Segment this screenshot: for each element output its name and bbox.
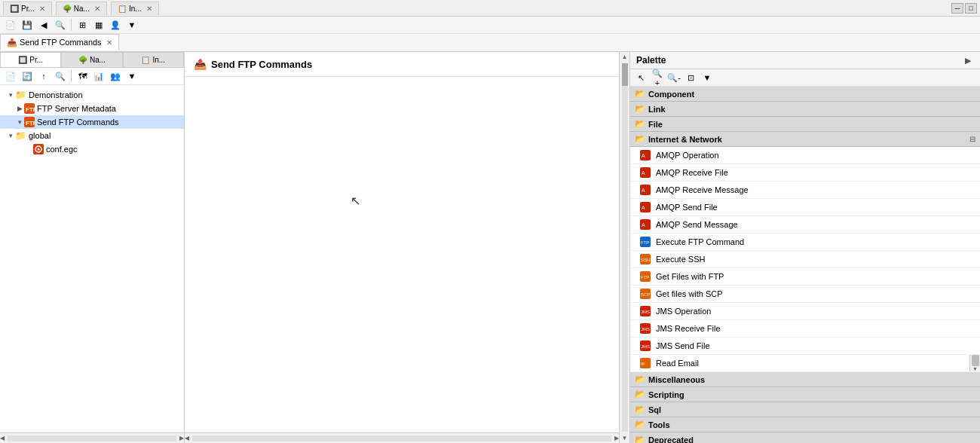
tree-item-demonstration[interactable]: ▾ 📁 Demonstration [0, 88, 184, 102]
palette-section-misc-icon: 📂 [635, 374, 645, 384]
center-vscroll-thumb[interactable] [622, 63, 628, 86]
palette-more-button[interactable]: ▼ [700, 71, 715, 84]
tree-refresh-button[interactable]: 🔄 [20, 69, 35, 83]
palette-section-misc[interactable]: 📂 Miscellaneous [630, 372, 980, 387]
palette-item-amqp-send-message[interactable]: A AMQP Send Message [630, 216, 980, 234]
palette-item-jms-receive-file[interactable]: JMS JMS Receive File [630, 320, 980, 338]
tree-icon1-button[interactable]: 🗺 [75, 69, 90, 83]
tab-na-close[interactable]: ✕ [94, 5, 100, 13]
center-vscroll-up[interactable]: ▲ [620, 52, 629, 62]
tab-in[interactable]: 📋 In... ✕ [111, 2, 159, 15]
save-button[interactable]: 💾 [20, 18, 35, 32]
amqp-send-message-icon: A [639, 218, 651, 231]
search-button[interactable]: 🔍 [53, 18, 68, 32]
palette-item-jms-send-file[interactable]: JMS JMS Send File [630, 338, 980, 355]
left-scroll-left-arrow[interactable]: ◀ [0, 435, 5, 441]
palette-zoom-out-button[interactable]: 🔍- [666, 71, 681, 84]
palette-expand-button[interactable]: ▶ [962, 56, 974, 66]
tree-dropdown-button[interactable]: ▼ [124, 69, 139, 83]
palette-section-deprecated[interactable]: 📂 Deprecated [630, 432, 980, 443]
tab-na[interactable]: 🌳 Na... ✕ [56, 2, 107, 15]
maximize-button[interactable]: □ [965, 3, 977, 14]
palette-section-component[interactable]: 📂 Component [630, 87, 980, 102]
palette-cursor-button[interactable]: ↖ [633, 71, 648, 84]
title-bar: 🔲 Pr... ✕ 🌳 Na... ✕ 📋 In... ✕ ─ □ [0, 0, 980, 17]
center-scroll-left-arrow[interactable]: ◀ [185, 435, 189, 441]
minimize-button[interactable]: ─ [951, 3, 963, 14]
palette-item-amqp-send-file[interactable]: A AMQP Send File [630, 199, 980, 216]
palette-section-sql[interactable]: 📂 Sql [630, 402, 980, 417]
center-vscroll[interactable]: ▲ ▼ [619, 52, 629, 443]
tree-item-conf-egc[interactable]: conf.egc [0, 142, 184, 156]
tree-search-button[interactable]: 🔍 [53, 69, 68, 83]
center-canvas[interactable]: ↖ [185, 77, 619, 432]
center-scroll-track[interactable] [192, 435, 611, 441]
user-button[interactable]: 👤 [108, 18, 123, 32]
palette-item-jms-send-file-label: JMS Send File [656, 341, 710, 350]
tree-new-button[interactable]: 📄 [3, 69, 18, 83]
main-tab-close[interactable]: ✕ [106, 38, 112, 47]
palette-section-scripting[interactable]: 📂 Scripting [630, 387, 980, 402]
tree-toggle-demonstration[interactable]: ▾ [6, 91, 15, 99]
dropdown-button[interactable]: ▼ [124, 18, 139, 32]
center-vscroll-track[interactable] [622, 63, 628, 432]
palette-section-internet[interactable]: 📂 Internet & Network ⊟ [630, 132, 980, 147]
svg-text:FTP: FTP [26, 120, 35, 127]
palette-item-get-files-ftp[interactable]: FTP Get Files with FTP [630, 268, 980, 286]
palette-section-deprecated-label: Deprecated [648, 435, 694, 444]
tree-item-send-ftp-commands[interactable]: ▾ FTP Send FTP Commands [0, 115, 184, 129]
svg-text:JMS: JMS [641, 344, 650, 349]
palette-item-read-email[interactable]: ✉ Read Email ▼ [630, 355, 980, 372]
tree-view[interactable]: ▾ 📁 Demonstration ▶ FTP FTP Server Metad… [0, 85, 184, 432]
palette-zoom-in-button[interactable]: 🔍+ [650, 71, 665, 84]
tab-pr[interactable]: 🔲 Pr... ✕ [3, 2, 52, 15]
palette-zoom-fit-button[interactable]: ⊡ [683, 71, 698, 84]
tree-icon3-button[interactable]: 👥 [108, 69, 123, 83]
palette-item-get-files-scp[interactable]: SCP Get files with SCP [630, 286, 980, 303]
tree-up-button[interactable]: ↑ [36, 69, 51, 83]
main-tab-send-ftp[interactable]: 📤 Send FTP Commands ✕ [0, 34, 119, 50]
svg-point-6 [38, 148, 40, 151]
left-tab-pr[interactable]: 🔲 Pr... [0, 52, 61, 67]
tree-toggle-global[interactable]: ▾ [6, 132, 15, 139]
tree-icon2-button[interactable]: 📊 [91, 69, 106, 83]
back-button[interactable]: ◀ [36, 18, 51, 32]
tab-pr-label: Pr... [21, 5, 35, 13]
new-file-button[interactable]: 📄 [3, 18, 18, 32]
grid-button[interactable]: ⊞ [75, 18, 90, 32]
center-vscroll-down[interactable]: ▼ [620, 433, 629, 443]
palette-item-execute-ssh[interactable]: SSH Execute SSH [630, 251, 980, 268]
palette-content[interactable]: 📂 Component 📂 Link 📂 File 📂 Internet & N… [630, 87, 980, 443]
svg-text:JMS: JMS [641, 310, 650, 314]
palette-item-jms-operation[interactable]: JMS JMS Operation [630, 303, 980, 320]
tab-in-close[interactable]: ✕ [146, 5, 152, 13]
left-scroll-track[interactable] [8, 435, 176, 441]
palette-section-link[interactable]: 📂 Link [630, 102, 980, 117]
tree-item-ftp-server-metadata[interactable]: ▶ FTP FTP Server Metadata [0, 102, 184, 115]
folder-icon-demonstration: 📁 [15, 90, 26, 100]
table-button[interactable]: ▦ [91, 18, 106, 32]
palette-section-file-icon: 📂 [635, 119, 645, 129]
palette-section-internet-expand[interactable]: ⊟ [969, 135, 975, 143]
palette-item-amqp-receive-message[interactable]: A AMQP Receive Message [630, 182, 980, 199]
tab-pr-close[interactable]: ✕ [39, 5, 45, 13]
tree-item-global[interactable]: ▾ 📁 global [0, 129, 184, 142]
palette-section-link-label: Link [648, 105, 666, 114]
left-hscroll[interactable]: ◀ ▶ [0, 432, 184, 443]
palette-section-file[interactable]: 📂 File [630, 117, 980, 132]
amqp-receive-file-icon: A [639, 167, 651, 179]
tab-na-label: Na... [74, 5, 90, 13]
palette-section-deprecated-icon: 📂 [635, 435, 645, 443]
left-tab-na[interactable]: 🌳 Na... [61, 52, 122, 67]
left-scroll-right-arrow[interactable]: ▶ [179, 435, 184, 441]
palette-item-jms-receive-file-label: JMS Receive File [656, 324, 721, 333]
left-tab-in[interactable]: 📋 In... [123, 52, 184, 67]
palette-section-tools[interactable]: 📂 Tools [630, 417, 980, 432]
folder-icon-global: 📁 [15, 130, 26, 141]
palette-item-amqp-receive-file[interactable]: A AMQP Receive File [630, 164, 980, 182]
palette-item-amqp-operation[interactable]: A AMQP Operation [630, 147, 980, 164]
center-hscroll[interactable]: ◀ ▶ [185, 432, 619, 443]
tree-toggle-ftp-metadata[interactable]: ▶ [15, 105, 24, 112]
palette-item-execute-ftp[interactable]: FTP Execute FTP Command [630, 234, 980, 251]
tree-toggle-send-ftp[interactable]: ▾ [15, 118, 24, 126]
